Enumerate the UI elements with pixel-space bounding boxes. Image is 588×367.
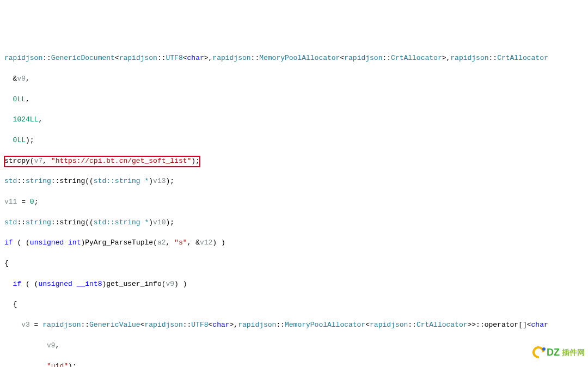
code-line: v3 = rapidjson::GenericValue<rapidjson::… <box>4 320 584 331</box>
code-line: if ( (unsigned int)PyArg_ParseTuple(a2, … <box>4 238 584 248</box>
code-line: std::string::string((std::string *)v13); <box>4 176 584 187</box>
code-line: v11 = 0; <box>4 197 584 207</box>
code-line: std::string::string((std::string *)v10); <box>4 218 584 228</box>
code-line: v9, <box>4 341 584 351</box>
code-line: rapidjson::GenericDocument<rapidjson::UT… <box>4 53 584 64</box>
code-line: if ( (unsigned __int8)get_user_info(v9) … <box>4 279 584 290</box>
code-line: 1024LL, <box>4 115 584 125</box>
code-line: { <box>4 259 584 269</box>
code-line: { <box>4 299 584 310</box>
code-line: "uid"); <box>4 362 584 367</box>
code-line-highlight: strcpy(v7, "https://cpi.bt.cn/get_soft_l… <box>4 156 584 167</box>
code-line: 0LL, <box>4 95 584 105</box>
code-line: &v9, <box>4 74 584 84</box>
code-line: 0LL); <box>4 136 584 146</box>
code-viewer: rapidjson::GenericDocument<rapidjson::UT… <box>4 43 584 367</box>
